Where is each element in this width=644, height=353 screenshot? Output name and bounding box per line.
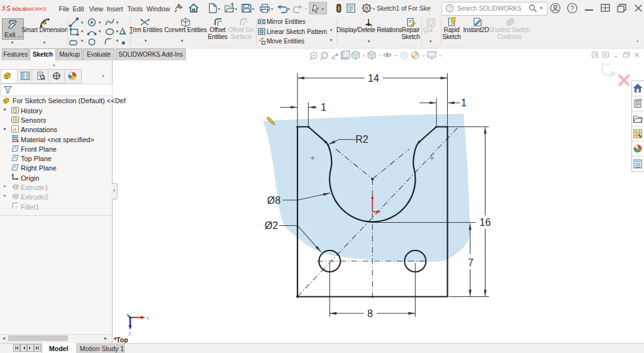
svg-text:z: z: [128, 330, 131, 337]
svg-text:1: 1: [321, 102, 326, 113]
svg-text:?: ?: [570, 4, 574, 12]
svg-text:?: ?: [448, 5, 452, 11]
svg-text:8: 8: [367, 308, 373, 319]
svg-text:A: A: [122, 30, 125, 35]
svg-text:SOLIDWORKS: SOLIDWORKS: [12, 6, 47, 12]
svg-text:16: 16: [480, 217, 491, 228]
svg-text:7: 7: [468, 257, 474, 268]
svg-text:R2: R2: [355, 134, 369, 145]
svg-text:A: A: [13, 126, 17, 133]
svg-text:1: 1: [461, 98, 467, 108]
svg-text:Ø8: Ø8: [267, 195, 280, 206]
svg-text:Ø2: Ø2: [265, 220, 278, 231]
svg-text:x: x: [147, 315, 150, 321]
svg-text:14: 14: [368, 73, 379, 84]
svg-text:*Top: *Top: [114, 336, 128, 343]
